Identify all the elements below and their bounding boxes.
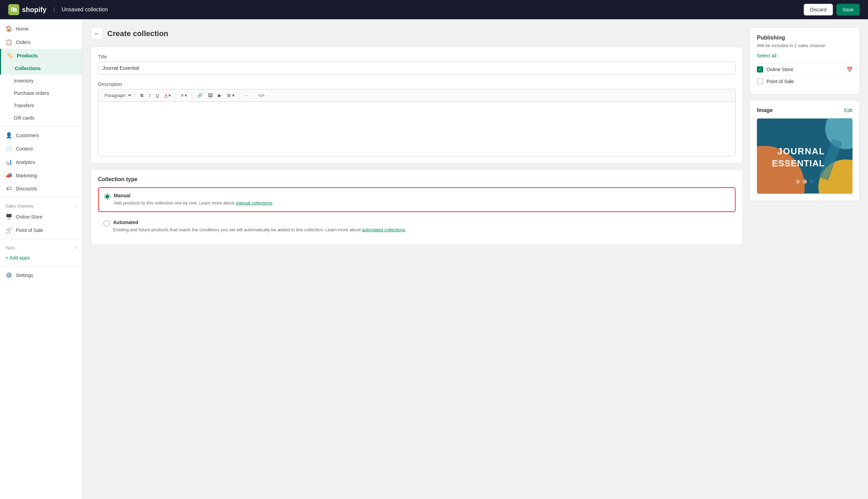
image-edit-link[interactable]: Edit [844,108,853,113]
manual-label: Manual [114,193,274,198]
manual-collections-link[interactable]: manual collections [236,200,272,206]
sidebar-item-products[interactable]: 🏷️ Products [0,49,82,62]
manual-desc: Add products to this collection one by o… [114,200,274,207]
sidebar-item-marketing[interactable]: 📣 Marketing [0,169,82,182]
publishing-title: Publishing [757,35,853,41]
image-button[interactable]: 🖼 [206,91,215,99]
toolbar-divider-2 [176,92,176,99]
code-button[interactable]: </> [256,91,267,99]
collection-image: JOURNAL ESSENTIAL [757,118,853,194]
sidebar-item-home[interactable]: 🏠 Home [0,22,82,35]
title-label: Title [98,54,736,59]
layout: 🏠 Home 📋 Orders 🏷️ Products Collections … [0,19,868,499]
select-all-link[interactable]: Select all [757,53,853,58]
shopify-wordmark: shopify [22,6,46,14]
orders-icon: 📋 [6,39,12,45]
sidebar-item-online-store[interactable]: 🖥️ Online Store [0,210,82,223]
back-button[interactable]: ← [91,27,103,40]
sidebar-item-analytics[interactable]: 📊 Analytics [0,155,82,169]
manual-option[interactable]: Manual Add products to this collection o… [98,187,736,212]
marketing-icon: 📣 [6,172,12,179]
manual-desc-end: . [272,200,274,206]
underline-button[interactable]: U [154,91,161,99]
topbar-actions: Discard Save [804,4,860,15]
collection-type-card: Collection type Manual Add products to t… [91,169,743,245]
discounts-icon: 🏷 [6,186,12,192]
sidebar-item-point-of-sale[interactable]: 🛒 Point of Sale [0,223,82,237]
automated-radio[interactable] [104,220,110,226]
title-input[interactable] [98,62,736,75]
shopify-logo: 🛍 shopify [8,4,46,15]
image-card-title: Image [757,107,773,113]
format-select[interactable]: Paragraph [102,92,132,99]
sidebar-item-customers[interactable]: 👤 Customers [0,129,82,142]
link-button[interactable]: 🔗 [195,91,205,99]
sidebar-label-marketing: Marketing [16,173,37,178]
svg-point-9 [810,180,814,184]
automated-desc-end: . [405,227,406,232]
sidebar-item-discounts[interactable]: 🏷 Discounts [0,182,82,195]
sidebar-item-inventory[interactable]: Inventory [0,75,82,87]
automated-collections-link[interactable]: automated collections [362,227,405,232]
add-apps-item[interactable]: + Add apps [0,252,82,264]
manual-desc-text: Add products to this collection one by o… [114,200,235,206]
svg-text:JOURNAL: JOURNAL [778,146,825,156]
settings-icon: ⚙️ [6,272,12,278]
color-button[interactable]: A ▾ [162,91,173,99]
toolbar-divider-1 [135,92,135,99]
editor-body[interactable] [98,101,736,156]
video-button[interactable]: ▶ [216,91,224,99]
more-button[interactable]: ··· [242,91,250,99]
channel-online-store: ✓ Online Store 📅 [757,63,853,75]
title-description-card: Title Description Paragraph B I U A ▾ ≡ … [91,47,743,164]
point-of-sale-channel-label: Point of Sale [767,79,794,84]
channel-online-store-left: ✓ Online Store [757,66,793,73]
manual-radio[interactable] [104,193,110,200]
shopify-bag-icon: 🛍 [8,4,19,15]
sidebar-item-content[interactable]: 📄 Content [0,142,82,155]
svg-point-8 [803,180,807,184]
sidebar: 🏠 Home 📋 Orders 🏷️ Products Collections … [0,19,83,499]
expand-icon: › [75,204,77,209]
customers-icon: 👤 [6,132,12,138]
content-right: Publishing Will be included in 1 sales c… [750,27,860,491]
sidebar-item-collections[interactable]: Collections [0,62,82,75]
sidebar-item-gift-cards[interactable]: Gift cards [0,112,82,124]
save-button[interactable]: Save [836,4,860,15]
sidebar-label-discounts: Discounts [16,186,37,191]
automated-option[interactable]: Automated Existing and future products t… [98,215,736,238]
topbar-left: 🛍 shopify | Unsaved collection [8,4,108,15]
align-button[interactable]: ≡ ▾ [179,91,189,99]
table-button[interactable]: ⊞ ▾ [225,91,237,99]
point-of-sale-checkbox[interactable] [757,78,763,85]
bold-button[interactable]: B [138,91,145,99]
toolbar-divider-3 [192,92,192,99]
sidebar-item-purchase-orders[interactable]: Purchase orders [0,87,82,99]
journal-image-svg: JOURNAL ESSENTIAL [757,118,853,194]
sidebar-item-transfers[interactable]: Transfers [0,99,82,112]
sidebar-label-collections: Collections [15,66,41,71]
products-icon: 🏷️ [7,52,13,59]
automated-desc-text: Existing and future products that match … [113,227,361,232]
topbar: 🛍 shopify | Unsaved collection Discard S… [0,0,868,19]
sidebar-label-purchase-orders: Purchase orders [14,90,49,96]
online-store-channel-label: Online Store [767,67,793,72]
sales-channels-section-header: Sales channels › [0,200,82,210]
home-icon: 🏠 [6,25,12,32]
sidebar-label-content: Content [16,146,33,152]
online-store-checkbox[interactable]: ✓ [757,66,763,73]
italic-button[interactable]: I [147,91,152,99]
sidebar-label-home: Home [16,26,29,32]
online-store-icon: 🖥️ [6,213,12,220]
main-content: ← Create collection Title Description Pa… [83,19,868,499]
page-header: ← Create collection [91,27,743,40]
toolbar-divider-4 [239,92,240,99]
sidebar-label-online-store: Online Store [16,214,43,220]
discard-button[interactable]: Discard [804,4,833,15]
content-left: ← Create collection Title Description Pa… [91,27,743,491]
sidebar-label-point-of-sale: Point of Sale [16,228,43,233]
publishing-subtitle: Will be included in 1 sales channel [757,43,853,48]
sidebar-item-settings[interactable]: ⚙️ Settings [0,268,82,282]
sidebar-item-orders[interactable]: 📋 Orders [0,35,82,49]
sidebar-label-transfers: Transfers [14,103,34,108]
